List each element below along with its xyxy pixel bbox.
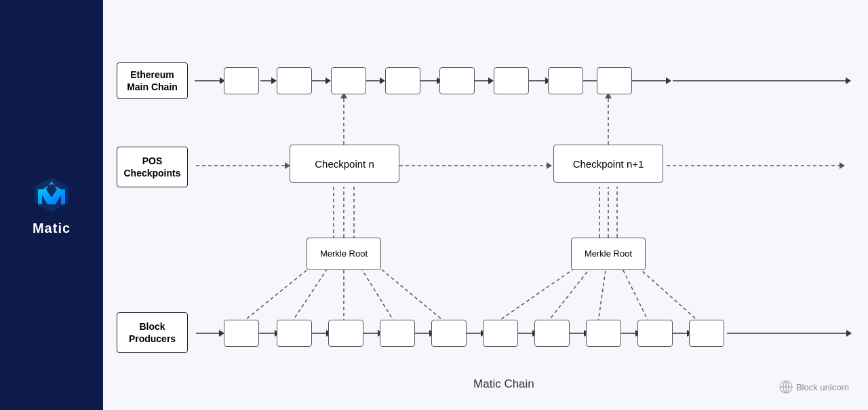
svg-marker-10	[380, 77, 385, 84]
svg-marker-8	[326, 77, 331, 84]
watermark-text: Block unicorn	[796, 382, 849, 392]
svg-marker-22	[846, 77, 851, 84]
pos-checkpoints-label: POS Checkpoints	[117, 147, 188, 187]
bp-block-8	[586, 320, 621, 347]
eth-block-2	[277, 67, 312, 94]
bp-block-3	[328, 320, 363, 347]
svg-marker-32	[840, 162, 845, 169]
svg-marker-20	[666, 77, 671, 84]
merkle-root-1: Merkle Root	[307, 238, 381, 270]
eth-block-5	[439, 67, 475, 94]
eth-block-4	[385, 67, 420, 94]
eth-block-7	[548, 67, 583, 94]
bp-block-10	[689, 320, 724, 347]
watermark: Block unicorn	[779, 380, 849, 394]
block-producers-label: Block Producers	[117, 312, 188, 353]
eth-block-6	[494, 67, 529, 94]
checkpoint-n1: Checkpoint n+1	[553, 145, 663, 183]
bp-block-4	[380, 320, 415, 347]
eth-block-1	[224, 67, 259, 94]
diagram: Ethereum Main Chain POS Checkpoints Bloc…	[110, 14, 861, 403]
sidebar: Matic	[0, 0, 103, 410]
bp-block-2	[277, 320, 312, 347]
matic-logo-icon	[31, 174, 72, 215]
checkpoint-n: Checkpoint n	[290, 145, 399, 183]
svg-marker-6	[271, 77, 277, 84]
bp-block-6	[483, 320, 518, 347]
svg-marker-30	[547, 162, 552, 169]
brand-label: Matic	[33, 221, 71, 236]
merkle-root-2: Merkle Root	[571, 238, 646, 270]
eth-block-3	[331, 67, 366, 94]
bp-block-7	[534, 320, 570, 347]
svg-marker-14	[488, 77, 494, 84]
bp-block-1	[224, 320, 259, 347]
bp-block-5	[431, 320, 467, 347]
ethereum-label: Ethereum Main Chain	[117, 62, 188, 99]
matic-logo: Matic	[31, 174, 72, 236]
svg-marker-70	[846, 330, 852, 337]
bp-block-9	[637, 320, 673, 347]
main-content: Ethereum Main Chain POS Checkpoints Bloc…	[103, 0, 868, 410]
matic-chain-label: Matic Chain	[473, 377, 534, 391]
watermark-icon	[779, 380, 793, 394]
eth-block-8	[597, 67, 632, 94]
